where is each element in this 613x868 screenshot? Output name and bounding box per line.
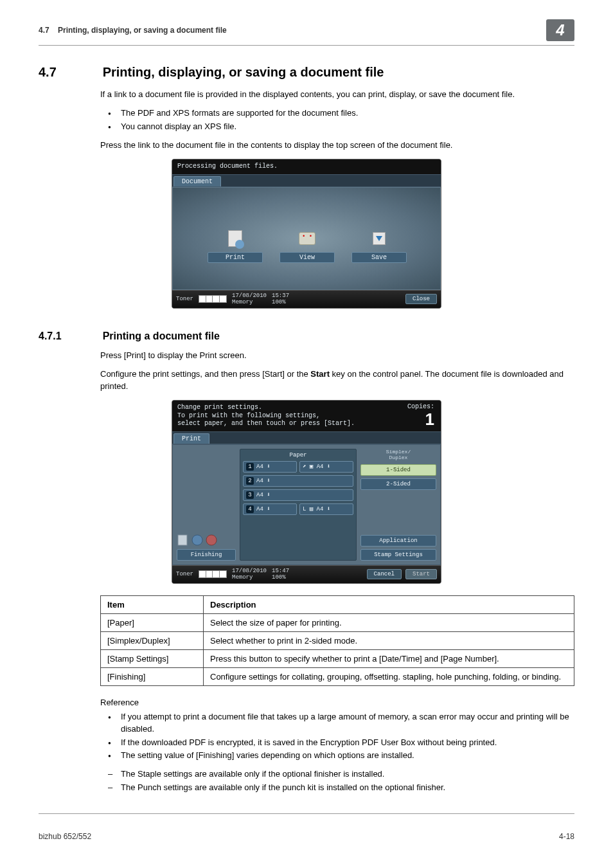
toner-gauge (199, 570, 227, 578)
table-cell-item: [Finishing] (101, 667, 204, 685)
status-time: 15:47 (272, 568, 289, 574)
status-memory-pct: 100% (272, 300, 289, 305)
running-header-num: 4.7 (39, 26, 49, 35)
print-screen: Change print settings. To print with the… (172, 400, 441, 584)
table-header-item: Item (101, 595, 204, 613)
status-memory-pct: 100% (272, 575, 289, 581)
reference-item: If you attempt to print a document file … (100, 711, 574, 736)
close-button[interactable]: Close (405, 294, 437, 304)
status-time: 15:37 (272, 293, 289, 299)
settings-table: Item Description [Paper]Select the size … (100, 595, 574, 686)
message-bar: Change print settings. To print with the… (172, 401, 441, 431)
finishing-icons (177, 531, 236, 547)
paragraph: Configure the print settings, and then p… (100, 368, 574, 393)
reference-subitem: The Punch settings are available only if… (100, 782, 574, 794)
table-row: [Stamp Settings]Press this button to spe… (101, 649, 574, 667)
running-header: 4.7 Printing, displaying, or saving a do… (39, 26, 227, 35)
view-icon (280, 229, 335, 248)
table-cell-description: Press this button to specify whether to … (204, 649, 574, 667)
reference-item: If the downloaded PDF is encrypted, it i… (100, 737, 574, 749)
paper-header: Paper (243, 452, 353, 458)
view-button[interactable]: View (280, 252, 335, 263)
table-cell-description: Select whether to print in 2-sided mode. (204, 631, 574, 649)
status-date: 17/08/2010 (232, 568, 267, 574)
print-tab[interactable]: Print (173, 433, 209, 444)
table-row: [Simplex/Duplex]Select whether to print … (101, 631, 574, 649)
reference-label: Reference (100, 698, 574, 707)
two-sided-button[interactable]: 2-Sided (360, 478, 436, 490)
document-screen: Processing document files. Document Prin… (172, 159, 441, 309)
table-header-description: Description (204, 595, 574, 613)
table-row: [Finishing]Configure settings for collat… (101, 667, 574, 685)
svg-point-1 (192, 535, 202, 545)
bullet-item: You cannot display an XPS file. (100, 121, 574, 133)
paper-tray[interactable]: 4A4 ⬇ (243, 503, 297, 515)
cancel-button[interactable]: Cancel (367, 569, 402, 579)
print-button[interactable]: Print (208, 252, 263, 263)
document-tab[interactable]: Document (173, 176, 221, 186)
status-memory-label: Memory (232, 300, 267, 305)
reference-subitem: The Staple settings are available only i… (100, 768, 574, 781)
start-button[interactable]: Start (405, 569, 437, 579)
paragraph: Press the link to the document file in t… (100, 140, 574, 152)
paragraph: Press [Print] to display the Print scree… (100, 350, 574, 362)
toner-label: Toner (176, 571, 193, 577)
section-title: Printing, displaying, or saving a docume… (103, 65, 384, 80)
table-cell-description: Configure settings for collating, groupi… (204, 667, 574, 685)
print-icon (208, 229, 263, 248)
table-cell-item: [Stamp Settings] (101, 649, 204, 667)
reference-item: The setting value of [Finishing] varies … (100, 750, 574, 762)
subsection-title: Printing a document file (103, 330, 220, 342)
table-cell-item: [Paper] (101, 613, 204, 631)
header-rule (39, 45, 574, 46)
message-bar: Processing document files. (172, 159, 441, 174)
paper-tray[interactable]: 3A4 ⬇ (243, 489, 353, 501)
finishing-button[interactable]: Finishing (177, 549, 236, 561)
toner-label: Toner (176, 296, 193, 302)
paper-tray-alt[interactable]: L ▤ A4 ⬇ (299, 503, 353, 515)
copies-value: 1 (425, 410, 434, 429)
chapter-tab: 4 (546, 19, 574, 41)
footer-page: 4-18 (559, 832, 574, 841)
paper-tray-alt[interactable]: ⬈ ▣ A4 ⬇ (299, 461, 353, 473)
application-button[interactable]: Application (360, 535, 436, 547)
paper-tray[interactable]: 1A4 ⬇ (243, 461, 297, 473)
save-icon (351, 229, 407, 248)
simplex-duplex-header: Simplex/ Duplex (360, 449, 436, 460)
table-row: [Paper]Select the size of paper for prin… (101, 613, 574, 631)
status-memory-label: Memory (232, 575, 267, 581)
footer-product: bizhub 652/552 (39, 832, 91, 841)
svg-rect-0 (178, 535, 187, 545)
paragraph: If a link to a document file is provided… (100, 89, 574, 101)
stamp-settings-button[interactable]: Stamp Settings (360, 549, 436, 561)
table-cell-item: [Simplex/Duplex] (101, 631, 204, 649)
subsection-number: 4.7.1 (39, 330, 100, 342)
toner-gauge (199, 295, 227, 303)
one-sided-button[interactable]: 1-Sided (360, 464, 436, 476)
save-button[interactable]: Save (351, 252, 407, 263)
bullet-item: The PDF and XPS formats are supported fo… (100, 107, 574, 120)
footer-rule (39, 813, 574, 814)
section-number: 4.7 (39, 65, 100, 80)
table-cell-description: Select the size of paper for printing. (204, 613, 574, 631)
status-date: 17/08/2010 (232, 293, 267, 299)
paper-tray[interactable]: 2A4 ⬇ (243, 475, 353, 487)
svg-point-2 (206, 535, 217, 545)
running-header-title: Printing, displaying, or saving a docume… (58, 26, 227, 35)
